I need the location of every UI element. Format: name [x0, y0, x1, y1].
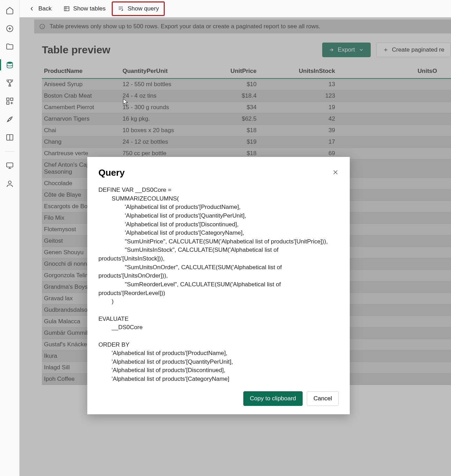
table-header-row: ProductName QuantityPerUnit UnitPrice Un…: [42, 64, 451, 78]
chevron-down-icon: [358, 47, 364, 53]
cell-stock: 123: [271, 90, 349, 102]
show-query-label: Show query: [127, 5, 159, 12]
cell-unitso: [349, 339, 451, 350]
cell-unitso: [349, 316, 451, 327]
cell-qpu: 24 - 12 oz bottles: [120, 136, 201, 148]
svg-point-1: [7, 62, 13, 64]
monitor-icon[interactable]: [6, 161, 14, 170]
user-icon[interactable]: [6, 180, 14, 188]
table-row[interactable]: Chang24 - 12 oz bottles$1917: [42, 136, 451, 148]
col-productname[interactable]: ProductName: [42, 64, 120, 78]
show-tables-label: Show tables: [73, 5, 106, 12]
table-row[interactable]: Chai10 boxes x 20 bags$1839: [42, 125, 451, 136]
cell-unitso: [349, 178, 451, 189]
cell-stock: 42: [271, 113, 349, 125]
cell-unitso: [349, 327, 451, 339]
cell-unitso: [349, 189, 451, 201]
home-icon[interactable]: [6, 6, 14, 15]
show-query-button[interactable]: Show query: [112, 1, 165, 16]
dialog-close-button[interactable]: [332, 169, 339, 177]
svg-point-7: [8, 181, 11, 184]
back-label: Back: [38, 5, 52, 12]
svg-rect-3: [10, 98, 13, 100]
cell-unitso: [349, 304, 451, 316]
cell-unitso: [349, 136, 451, 148]
cell-productname: Camembert Pierrot: [42, 102, 120, 113]
cell-qpu: 15 - 300 g rounds: [120, 102, 201, 113]
plus-circle-icon[interactable]: [6, 24, 14, 33]
cell-price: $34: [201, 102, 271, 113]
table-row[interactable]: Boston Crab Meat24 - 4 oz tins$18.4123: [42, 90, 451, 102]
data-hub-icon[interactable]: [6, 61, 14, 69]
title-bar: Table preview Export Create paginated re: [34, 33, 451, 61]
cell-productname: Chai: [42, 125, 120, 136]
col-unitso[interactable]: UnitsO: [349, 64, 451, 78]
cell-unitso: [349, 373, 451, 385]
cell-unitso: [349, 78, 451, 90]
create-paginated-button[interactable]: Create paginated re: [376, 43, 451, 57]
cell-price: $18.4: [201, 90, 271, 102]
cell-productname: Carnarvon Tigers: [42, 113, 120, 125]
cell-unitso: [349, 258, 451, 270]
copy-to-clipboard-button[interactable]: Copy to clipboard: [243, 391, 303, 406]
left-nav-rail: [0, 0, 20, 476]
col-qpu[interactable]: QuantityPerUnit: [120, 64, 201, 78]
info-banner: Table previews only show up to 500 rows.…: [34, 20, 451, 33]
cell-productname: Chang: [42, 136, 120, 148]
back-button[interactable]: Back: [23, 2, 57, 16]
cell-unitso: [349, 148, 451, 159]
cell-price: $10: [201, 78, 271, 90]
close-icon: [332, 169, 339, 175]
dialog-title: Query: [98, 167, 332, 178]
cell-unitso: [349, 201, 451, 212]
cell-unitso: [349, 102, 451, 113]
cell-qpu: 12 - 550 ml bottles: [120, 78, 201, 90]
cell-stock: 13: [271, 78, 349, 90]
folder-icon[interactable]: [6, 43, 14, 51]
svg-rect-6: [7, 163, 13, 167]
book-icon[interactable]: [6, 133, 14, 142]
cell-unitso: [349, 247, 451, 258]
cell-unitso: [349, 362, 451, 373]
cell-unitso: [349, 125, 451, 136]
query-text[interactable]: DEFINE VAR __DS0Core = SUMMARIZECOLUMNS(…: [98, 186, 339, 384]
dialog-footer: Copy to clipboard Cancel: [98, 391, 339, 406]
query-dialog: Query DEFINE VAR __DS0Core = SUMMARIZECO…: [87, 157, 350, 414]
table-row[interactable]: Aniseed Syrup12 - 550 ml bottles$1013: [42, 78, 451, 90]
cell-price: $62.5: [201, 113, 271, 125]
cancel-button[interactable]: Cancel: [307, 391, 339, 406]
rail-separator: [5, 151, 15, 152]
topbar: Back Show tables Show query: [20, 0, 451, 17]
cell-unitso: [349, 212, 451, 224]
show-tables-button[interactable]: Show tables: [58, 2, 111, 16]
table-row[interactable]: Camembert Pierrot15 - 300 g rounds$3419: [42, 102, 451, 113]
cell-price: $19: [201, 136, 271, 148]
table-row[interactable]: Carnarvon Tigers16 kg pkg.$62.542: [42, 113, 451, 125]
info-banner-text: Table previews only show up to 500 rows.…: [50, 23, 320, 30]
cell-unitso: [349, 235, 451, 247]
cell-unitso: [349, 113, 451, 125]
svg-rect-8: [64, 7, 69, 11]
cell-unitso: [349, 159, 451, 178]
export-icon: [329, 47, 334, 53]
info-icon: [39, 23, 45, 30]
cell-unitso: [349, 270, 451, 281]
cell-unitso: [349, 293, 451, 304]
col-stock[interactable]: UnitsInStock: [271, 64, 349, 78]
cell-unitso: [349, 90, 451, 102]
trophy-icon[interactable]: [6, 79, 14, 87]
apps-icon[interactable]: [6, 97, 14, 105]
create-paginated-label: Create paginated re: [392, 46, 444, 53]
col-price[interactable]: UnitPrice: [201, 64, 271, 78]
rocket-icon[interactable]: [6, 115, 14, 123]
cell-productname: Boston Crab Meat: [42, 90, 120, 102]
export-label: Export: [338, 46, 355, 53]
copy-label: Copy to clipboard: [250, 395, 296, 402]
export-button[interactable]: Export: [322, 43, 371, 57]
plus-icon: [383, 47, 389, 53]
cell-qpu: 10 boxes x 20 bags: [120, 125, 201, 136]
cell-stock: 17: [271, 136, 349, 148]
dialog-header: Query: [98, 167, 339, 178]
cell-qpu: 16 kg pkg.: [120, 113, 201, 125]
cell-unitso: [349, 350, 451, 362]
